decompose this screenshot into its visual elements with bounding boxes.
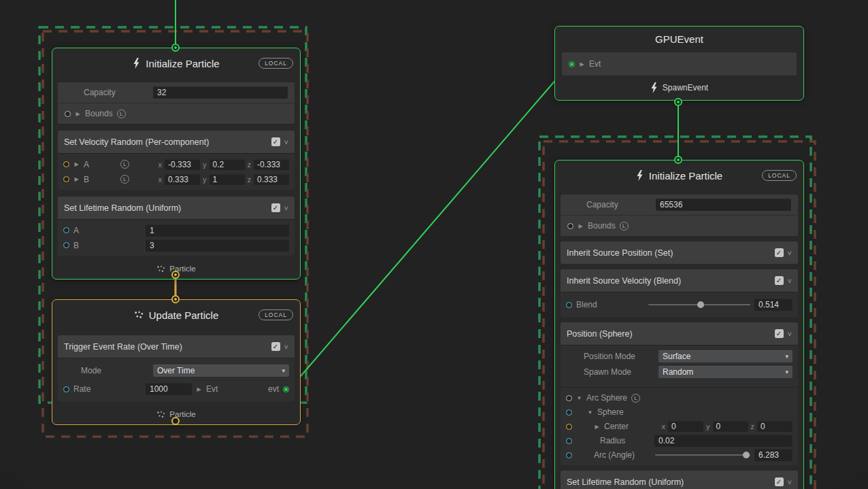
right-init-input-port[interactable] xyxy=(674,156,682,164)
rate-port[interactable] xyxy=(63,386,69,392)
block-header[interactable]: Inherit Source Velocity (Blend) ✓ ˅ xyxy=(561,269,798,292)
arc-angle-field[interactable]: 6.283 xyxy=(754,449,792,461)
local-space-icon[interactable]: L xyxy=(120,160,129,169)
a-port[interactable] xyxy=(63,227,69,233)
expand-arrow-icon[interactable]: ▶ xyxy=(196,386,202,392)
collapse-chevron-icon[interactable]: ˅ xyxy=(788,478,792,486)
bounds-port[interactable] xyxy=(567,223,573,229)
expand-arrow-icon[interactable]: ▶ xyxy=(579,61,585,67)
gpuevent-spawnevent-output-port[interactable] xyxy=(674,98,682,106)
enabled-checkbox[interactable]: ✓ xyxy=(271,137,280,146)
block-header[interactable]: Set Lifetime Random (Uniform) ✓ ˅ xyxy=(561,471,798,489)
expand-arrow-icon[interactable]: ▶ xyxy=(594,424,600,430)
collapse-chevron-icon[interactable]: ˅ xyxy=(284,138,288,146)
enabled-checkbox[interactable]: ✓ xyxy=(271,203,280,212)
lifetime-a-row: A 1 xyxy=(62,223,290,237)
arc-angle-slider-handle[interactable] xyxy=(743,452,750,458)
a-x-field[interactable]: -0.333 xyxy=(165,159,200,170)
node-header[interactable]: Initialize Particle LOCAL xyxy=(555,161,803,190)
vfx-graph-canvas[interactable]: Initialize Particle LOCAL Capacity 32 ▶ … xyxy=(0,0,868,489)
a-port[interactable] xyxy=(63,161,69,167)
collapse-chevron-icon[interactable]: ˅ xyxy=(788,249,792,257)
center-port[interactable] xyxy=(566,424,572,430)
b-x-field[interactable]: 0.333 xyxy=(165,174,200,185)
expand-arrow-icon[interactable]: ▶ xyxy=(75,111,81,117)
center-y-field[interactable]: 0 xyxy=(713,421,748,432)
block-inherit-source-position[interactable]: Inherit Source Position (Set) ✓ ˅ xyxy=(561,241,798,264)
block-set-lifetime-random[interactable]: Set Lifetime Random (Uniform) ✓ ˅ A 1 B … xyxy=(58,197,295,256)
block-trigger-event-rate[interactable]: Trigger Event Rate (Over Time) ✓ ˅ Mode … xyxy=(58,335,295,401)
collapse-arrow-icon[interactable]: ▼ xyxy=(576,395,582,401)
node-header[interactable]: GPUEvent xyxy=(555,27,803,51)
block-position-sphere[interactable]: Position (Sphere) ✓ ˅ Position Mode Surf… xyxy=(561,322,798,465)
block-header[interactable]: Inherit Source Position (Set) ✓ ˅ xyxy=(561,241,798,264)
rate-field[interactable]: 1000 xyxy=(146,383,192,395)
block-set-lifetime-random[interactable]: Set Lifetime Random (Uniform) ✓ ˅ xyxy=(561,471,798,489)
capacity-field[interactable]: 32 xyxy=(153,86,288,99)
local-space-icon[interactable]: L xyxy=(620,222,629,231)
enabled-checkbox[interactable]: ✓ xyxy=(775,329,784,338)
spawn-mode-dropdown[interactable]: Random ▾ xyxy=(658,366,792,378)
a-z-field[interactable]: -0.333 xyxy=(254,159,289,170)
spawn-mode-label: Spawn Mode xyxy=(584,367,654,377)
update-particle-output-port[interactable] xyxy=(171,417,180,425)
b-port[interactable] xyxy=(63,176,69,182)
local-space-icon[interactable]: L xyxy=(117,109,126,118)
collapse-chevron-icon[interactable]: ˅ xyxy=(284,204,288,212)
node-header[interactable]: Update Particle LOCAL xyxy=(52,300,300,330)
a-field[interactable]: 1 xyxy=(146,224,289,237)
node-title: Initialize Particle xyxy=(649,170,722,182)
left-init-particle-output-port[interactable] xyxy=(171,271,180,279)
node-initialize-particle-right[interactable]: Initialize Particle LOCAL Capacity 65536… xyxy=(554,160,804,489)
arc-angle-port[interactable] xyxy=(566,452,572,458)
a-y-field[interactable]: 0.2 xyxy=(210,159,245,170)
radius-field[interactable]: 0.02 xyxy=(654,435,792,447)
edge-evt-to-gpuevent[interactable] xyxy=(293,63,570,386)
mode-dropdown[interactable]: Over Time ▾ xyxy=(153,365,289,377)
node-update-particle[interactable]: Update Particle LOCAL Trigger Event Rate… xyxy=(52,299,301,425)
block-set-velocity-random[interactable]: Set Velocity Random (Per-component) ✓ ˅ … xyxy=(58,131,295,190)
b-z-field[interactable]: 0.333 xyxy=(254,174,289,185)
dropdown-caret-icon: ▾ xyxy=(785,353,788,360)
b-field[interactable]: 3 xyxy=(146,239,289,252)
expand-arrow-icon[interactable]: ▶ xyxy=(578,223,584,229)
node-header[interactable]: Initialize Particle LOCAL xyxy=(52,48,300,78)
enabled-checkbox[interactable]: ✓ xyxy=(775,477,784,486)
expand-arrow-icon[interactable]: ▶ xyxy=(73,176,80,182)
node-initialize-particle-left[interactable]: Initialize Particle LOCAL Capacity 32 ▶ … xyxy=(52,48,301,280)
local-space-icon[interactable]: L xyxy=(631,394,640,403)
blend-slider-handle[interactable] xyxy=(697,301,704,308)
node-gpuevent[interactable]: GPUEvent ▶ Evt SpawnEvent xyxy=(554,26,804,101)
center-x-field[interactable]: 0 xyxy=(668,421,703,432)
capacity-field[interactable]: 65536 xyxy=(656,199,791,211)
block-header[interactable]: Trigger Event Rate (Over Time) ✓ ˅ xyxy=(58,335,295,358)
collapse-chevron-icon[interactable]: ˅ xyxy=(284,343,288,351)
bounds-port[interactable] xyxy=(65,111,71,117)
center-z-field[interactable]: 0 xyxy=(757,421,792,432)
y-axis-label: y xyxy=(203,161,207,169)
expand-arrow-icon[interactable]: ▶ xyxy=(73,161,80,167)
radius-port[interactable] xyxy=(566,438,572,444)
enabled-checkbox[interactable]: ✓ xyxy=(271,342,280,351)
local-space-icon[interactable]: L xyxy=(120,175,129,184)
blend-field[interactable]: 0.514 xyxy=(754,299,792,311)
left-init-input-port[interactable] xyxy=(171,44,180,52)
enabled-checkbox[interactable]: ✓ xyxy=(775,248,784,257)
update-input-port[interactable] xyxy=(171,295,180,303)
blend-port[interactable] xyxy=(566,302,572,308)
collapse-arrow-icon[interactable]: ▼ xyxy=(587,409,593,416)
evt-output-port[interactable] xyxy=(283,386,289,392)
block-inherit-source-velocity[interactable]: Inherit Source Velocity (Blend) ✓ ˅ Blen… xyxy=(561,269,798,317)
sphere-port[interactable] xyxy=(566,409,572,416)
block-header[interactable]: Position (Sphere) ✓ ˅ xyxy=(561,322,798,345)
evt-input-port[interactable] xyxy=(569,61,575,67)
enabled-checkbox[interactable]: ✓ xyxy=(775,276,784,285)
collapse-chevron-icon[interactable]: ˅ xyxy=(788,277,792,285)
arc-sphere-port[interactable] xyxy=(566,395,572,401)
b-port[interactable] xyxy=(63,242,69,248)
position-mode-dropdown[interactable]: Surface ▾ xyxy=(658,350,792,362)
block-header[interactable]: Set Velocity Random (Per-component) ✓ ˅ xyxy=(58,131,295,154)
b-y-field[interactable]: 1 xyxy=(210,174,245,185)
block-header[interactable]: Set Lifetime Random (Uniform) ✓ ˅ xyxy=(58,197,295,220)
collapse-chevron-icon[interactable]: ˅ xyxy=(788,330,792,338)
